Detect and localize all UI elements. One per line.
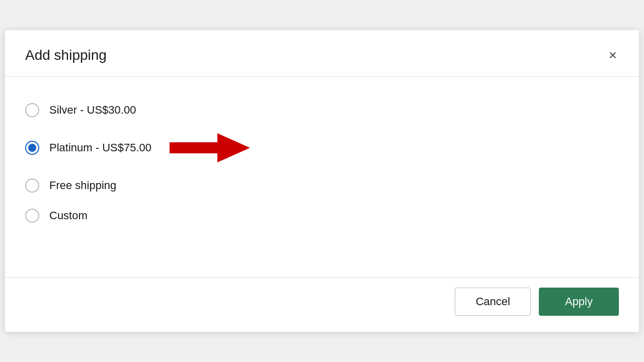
option-silver-label: Silver - US$30.00 — [49, 104, 136, 117]
dialog-footer: Cancel Apply — [5, 278, 639, 332]
svg-marker-0 — [170, 133, 250, 162]
radio-free-shipping[interactable] — [25, 178, 39, 193]
option-free-shipping[interactable]: Free shipping — [25, 172, 619, 199]
option-platinum[interactable]: Platinum - US$75.00 — [25, 127, 619, 168]
option-platinum-label: Platinum - US$75.00 — [49, 141, 151, 154]
close-icon: × — [609, 48, 617, 62]
apply-button[interactable]: Apply — [539, 288, 619, 316]
arrow-indicator — [170, 133, 250, 162]
radio-custom[interactable] — [25, 209, 39, 223]
red-arrow-icon — [170, 133, 250, 162]
option-free-shipping-label: Free shipping — [49, 179, 116, 192]
option-custom[interactable]: Custom — [25, 203, 619, 229]
radio-platinum[interactable] — [25, 141, 39, 155]
cancel-button[interactable]: Cancel — [455, 288, 530, 316]
add-shipping-dialog: Add shipping × Silver - US$30.00 Platinu… — [5, 30, 639, 332]
option-silver[interactable]: Silver - US$30.00 — [25, 97, 619, 123]
close-button[interactable]: × — [607, 46, 619, 64]
dialog-body: Silver - US$30.00 Platinum - US$75.00 Fr… — [5, 81, 639, 277]
header-divider — [5, 76, 639, 77]
dialog-title: Add shipping — [25, 47, 107, 63]
option-custom-label: Custom — [49, 209, 88, 222]
radio-silver[interactable] — [25, 103, 39, 117]
dialog-header: Add shipping × — [5, 30, 639, 76]
radio-platinum-dot — [28, 144, 36, 152]
